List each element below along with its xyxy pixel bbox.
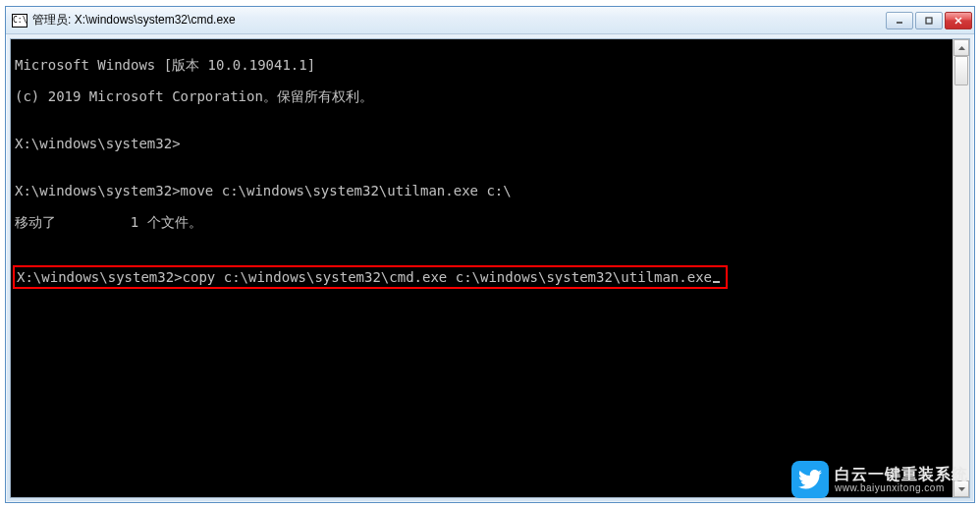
prompt: X:\windows\system32> <box>17 269 183 285</box>
command-line: X:\windows\system32>move c:\windows\syst… <box>15 183 949 198</box>
maximize-button[interactable] <box>915 12 943 29</box>
highlighted-command: X:\windows\system32>copy c:\windows\syst… <box>13 265 728 289</box>
vertical-scrollbar[interactable] <box>953 39 969 497</box>
scroll-track[interactable] <box>953 56 969 480</box>
close-button[interactable] <box>945 12 972 29</box>
output-line: 移动了 1 个文件。 <box>15 214 949 230</box>
scroll-up-button[interactable] <box>953 39 969 56</box>
cursor-icon <box>713 281 720 283</box>
svg-marker-5 <box>958 487 965 491</box>
scroll-thumb[interactable] <box>954 56 968 85</box>
window-title: 管理员: X:\windows\system32\cmd.exe <box>32 12 886 28</box>
scroll-down-button[interactable] <box>953 480 969 497</box>
terminal-container: Microsoft Windows [版本 10.0.19041.1] (c) … <box>10 38 970 498</box>
output-line: Microsoft Windows [版本 10.0.19041.1] <box>15 57 949 73</box>
svg-marker-4 <box>958 46 965 50</box>
minimize-button[interactable] <box>886 12 913 29</box>
cmd-icon: C:\ <box>12 14 27 28</box>
svg-rect-1 <box>926 18 932 24</box>
command-prompt-window: C:\ 管理员: X:\windows\system32\cmd.exe Mic… <box>5 6 975 503</box>
command-text: copy c:\windows\system32\cmd.exe c:\wind… <box>183 269 712 285</box>
output-line: (c) 2019 Microsoft Corporation。保留所有权利。 <box>15 88 949 104</box>
prompt-line: X:\windows\system32> <box>15 136 949 151</box>
window-controls <box>886 12 972 29</box>
titlebar[interactable]: C:\ 管理员: X:\windows\system32\cmd.exe <box>6 7 974 34</box>
terminal-output[interactable]: Microsoft Windows [版本 10.0.19041.1] (c) … <box>11 39 953 497</box>
